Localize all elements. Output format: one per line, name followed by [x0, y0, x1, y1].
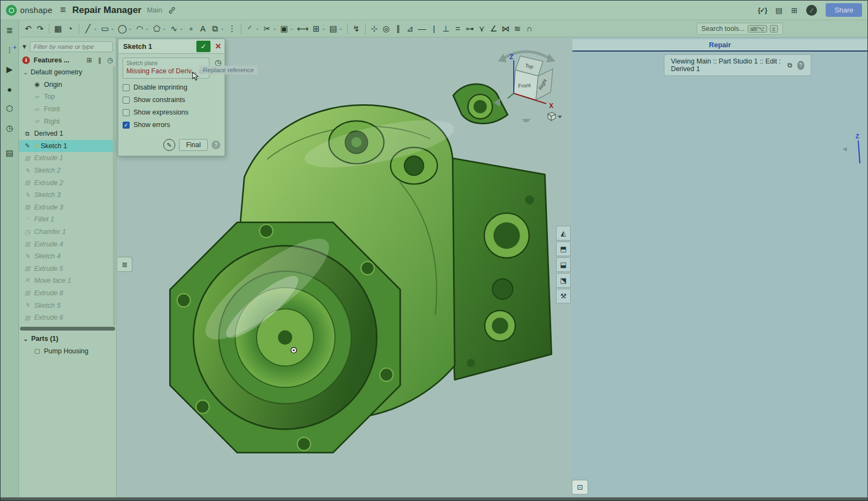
checklist-icon[interactable]: ▤: [2, 145, 17, 161]
horizontal-constraint-icon[interactable]: —: [416, 22, 428, 36]
tree-vertical-scrollbar[interactable]: [113, 66, 116, 326]
help-icon[interactable]: ∕: [806, 5, 817, 16]
repair-toolbox-icon[interactable]: ⚒: [556, 289, 571, 303]
feature-sketch-2[interactable]: ✎Sketch 2: [19, 164, 116, 177]
share-button[interactable]: Share: [826, 3, 862, 17]
parts-section-header[interactable]: ⌄ Parts (1): [19, 333, 116, 345]
checkbox-unchecked-icon[interactable]: [123, 109, 130, 116]
tangent-constraint-icon[interactable]: ⊿: [404, 22, 416, 36]
spline-tool-icon[interactable]: ∿⌄: [168, 22, 186, 36]
feature-right[interactable]: ▱Right: [19, 115, 116, 128]
follow-mode-icon[interactable]: ▶: [2, 62, 17, 77]
concentric-constraint-icon[interactable]: ◎: [380, 22, 392, 36]
vertical-constraint-icon[interactable]: |: [428, 22, 440, 36]
feature-list-icon[interactable]: ≣: [2, 23, 17, 38]
checkbox-unchecked-icon[interactable]: [123, 84, 130, 91]
feature-default-geometry[interactable]: ⌄Default geometry: [19, 66, 116, 79]
offset-tool-icon[interactable]: ⧉⌄: [209, 22, 226, 36]
tree-horizontal-scrollbar[interactable]: [20, 327, 115, 331]
feature-extrude-1[interactable]: ▥Extrude 1: [19, 152, 116, 164]
feature-derived-1[interactable]: ⧉Derived 1: [19, 128, 116, 140]
transform-tool-icon[interactable]: ↯: [350, 22, 362, 36]
symmetry-constraint-icon[interactable]: ⋈: [500, 22, 512, 36]
comments-icon[interactable]: ●: [2, 81, 17, 97]
feature-list-flyout-handle[interactable]: ≣: [118, 257, 132, 272]
checkbox-show-constraints[interactable]: Show constraints: [123, 96, 220, 104]
parallel-constraint-icon[interactable]: ∥: [392, 22, 404, 36]
regen-time-icon[interactable]: ◷: [107, 56, 113, 64]
insert-3d-icon[interactable]: ⬡: [2, 101, 17, 116]
insert-dwg-icon[interactable]: ◔: [64, 22, 76, 36]
copy-tool-icon[interactable]: ▣⌄: [278, 22, 296, 36]
bom-icon[interactable]: ▤: [775, 6, 782, 15]
repair-edit-tool-icon[interactable]: ⬔: [556, 273, 571, 288]
main-menu-icon[interactable]: ≡: [60, 4, 66, 16]
arc-tool-icon[interactable]: ◠⌄: [133, 22, 151, 36]
viewing-help-icon[interactable]: ?: [797, 61, 804, 70]
dialog-confirm-button[interactable]: ✓: [196, 41, 210, 52]
feature-extrude-3[interactable]: ▥Extrude 3: [19, 201, 116, 214]
polygon-tool-icon[interactable]: ⬠⌄: [151, 22, 168, 36]
feature-extrude-8[interactable]: ▥Extrude 8: [19, 287, 116, 300]
feature-fillet-1[interactable]: ◜Fillet 1: [19, 213, 116, 226]
fillet-tool-icon[interactable]: ◜⌄: [244, 22, 261, 36]
feature-chamfer-1[interactable]: ◳Chamfer 1: [19, 226, 116, 238]
feature-extrude-2[interactable]: ▥Extrude 2: [19, 176, 116, 189]
feature-extrude-5[interactable]: ▥Extrude 5: [19, 263, 116, 275]
feature-extrude-4[interactable]: ▥Extrude 4: [19, 238, 116, 250]
suspend-icon[interactable]: ∥: [98, 56, 101, 64]
dimension-tool-icon[interactable]: ⟷: [295, 22, 310, 36]
undo-icon[interactable]: ↶: [22, 22, 34, 36]
versions-icon[interactable]: ⁞+: [2, 42, 17, 58]
rectangle-tool-icon[interactable]: ▭⌄: [99, 22, 117, 36]
line-tool-icon[interactable]: ╱⌄: [82, 22, 99, 36]
open-external-icon[interactable]: ⧉: [788, 61, 793, 69]
redo-icon[interactable]: ↷: [34, 22, 46, 36]
trim-tool-icon[interactable]: ✂⌄: [261, 22, 278, 36]
link-icon[interactable]: [168, 6, 176, 15]
feature-top[interactable]: ▱Top: [19, 91, 116, 103]
text-tool-icon[interactable]: A: [197, 22, 209, 36]
feature-sketch-1[interactable]: ✎⚠Sketch 1: [19, 140, 116, 153]
final-button[interactable]: Final: [179, 139, 208, 151]
checkbox-show-errors[interactable]: ✓Show errors: [123, 121, 220, 129]
filter-icon[interactable]: ▼: [21, 43, 28, 50]
coincident-constraint-icon[interactable]: ⊹: [368, 22, 380, 36]
rollback-icon[interactable]: ⬇: [22, 56, 30, 64]
export-tool-icon[interactable]: ▤⌄: [327, 22, 344, 36]
checkbox-disable-imprinting[interactable]: Disable imprinting: [123, 84, 220, 91]
feature-sketch-3[interactable]: ✎Sketch 3: [19, 189, 116, 201]
circle-tool-icon[interactable]: ◯⌄: [116, 22, 133, 36]
pierce-constraint-icon[interactable]: ∠: [488, 22, 500, 36]
repair-compare-tool-icon[interactable]: ⬒: [556, 242, 571, 256]
feature-extrude-6[interactable]: ▥Extrude 6: [19, 312, 116, 324]
featurescript-icon[interactable]: {✓}: [758, 7, 767, 14]
viewport-settings-button[interactable]: ⊡: [572, 480, 588, 494]
fix-constraint-icon[interactable]: ≋: [512, 22, 524, 36]
view-cube[interactable]: Top Front Right Z X: [492, 42, 562, 122]
pattern-tool-icon[interactable]: ⊞⌄: [310, 22, 328, 36]
dialog-help-icon[interactable]: ?: [212, 141, 220, 149]
checkbox-checked-icon[interactable]: ✓: [123, 122, 130, 129]
feature-move-face-1[interactable]: ⇱Move face 1: [19, 275, 116, 287]
history-icon[interactable]: ◷: [2, 121, 17, 136]
filter-input[interactable]: [30, 41, 113, 52]
apps-icon[interactable]: ⊞: [792, 6, 798, 15]
insert-image-icon[interactable]: ▦: [52, 22, 64, 36]
dialog-cancel-button[interactable]: ✕: [214, 41, 222, 52]
sketch-mode-icon[interactable]: ✎: [163, 139, 175, 151]
add-folder-icon[interactable]: ⊞: [86, 56, 92, 64]
equal-constraint-icon[interactable]: =: [452, 22, 464, 36]
perpendicular-constraint-icon[interactable]: ⊥: [440, 22, 452, 36]
curvature-constraint-icon[interactable]: ∩: [524, 22, 535, 36]
search-tools-field[interactable]: Search tools... alt/⌥ c: [697, 23, 783, 35]
repair-analyze-tool-icon[interactable]: ◭: [556, 226, 571, 240]
part-pump-housing[interactable]: ▢Pump Housing: [19, 345, 116, 357]
normal-constraint-icon[interactable]: ⋎: [476, 22, 488, 36]
checkbox-unchecked-icon[interactable]: [123, 97, 130, 104]
repair-source-tool-icon[interactable]: ⬓: [556, 257, 571, 272]
feature-front[interactable]: ▱Front: [19, 103, 116, 116]
feature-sketch-5[interactable]: ✎Sketch 5: [19, 299, 116, 312]
checkbox-show-expressions[interactable]: Show expressions: [123, 109, 220, 116]
feature-sketch-4[interactable]: ✎Sketch 4: [19, 250, 116, 263]
